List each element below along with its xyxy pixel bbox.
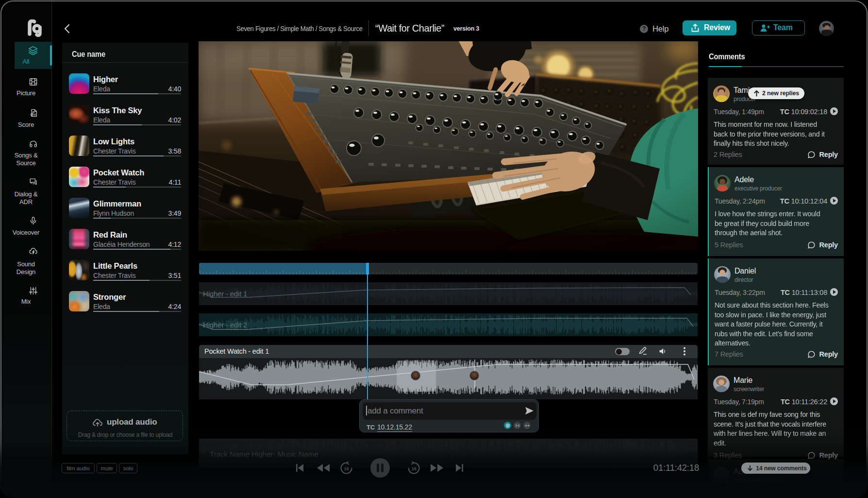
- svg-text:15: 15: [344, 466, 349, 471]
- svg-text:15: 15: [411, 466, 417, 471]
